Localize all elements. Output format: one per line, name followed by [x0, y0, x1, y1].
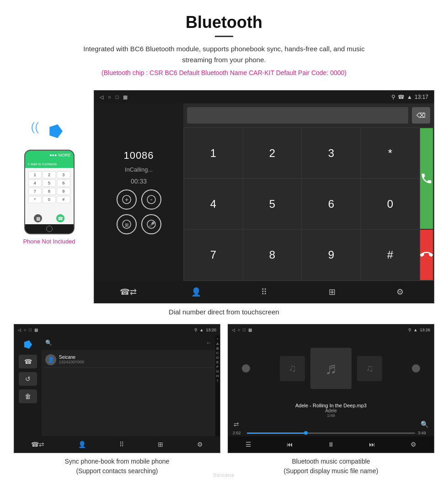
phone-key-2[interactable]: 2	[43, 171, 56, 178]
pb-contact-item[interactable]: 👤 Seicane 13241007000	[43, 352, 213, 368]
pb-status-left: ◁ ○ □ ▦	[18, 328, 38, 332]
car-transfer-button[interactable]: ⊞	[117, 214, 137, 234]
ms-search-icon[interactable]: 🔍	[421, 421, 428, 428]
notification-icon: ▦	[123, 94, 128, 100]
pb-nav-call-icon[interactable]: ☎⇄	[31, 441, 44, 448]
car-key-7[interactable]: 7	[184, 230, 242, 280]
page-header: Bluetooth Integrated with BC6 Bluetooth …	[0, 0, 448, 90]
svg-text:-: -	[150, 196, 152, 203]
pb-nav-transfer-icon[interactable]: ⊞	[158, 441, 163, 448]
svg-text:⊞: ⊞	[125, 222, 128, 227]
ms-square-icon: □	[243, 328, 245, 332]
bluetooth-icon-area: (( ⭓	[31, 118, 68, 145]
ms-scroll-right-dot	[412, 364, 420, 373]
ms-track-count: 1/48	[228, 413, 434, 418]
pb-search-icon: 🔍	[45, 340, 52, 346]
ms-status-bar: ◁ ○ □ ▦ ⚲ ▲ 13:26	[228, 324, 434, 335]
ms-progress-fill	[247, 432, 306, 434]
phone-key-0[interactable]: 0	[43, 196, 56, 203]
ms-shuffle-icon[interactable]: ⇄	[234, 421, 239, 428]
nav-contacts-icon[interactable]: 👤	[187, 283, 205, 301]
ms-nav-next-icon[interactable]: ⏭	[369, 441, 375, 448]
ms-time-current: 2:02	[233, 431, 244, 435]
ms-bottom-nav: ☰ ⏮ ⏸ ⏭ ⚙	[228, 436, 434, 453]
phone-not-included-label: Phone Not Included	[23, 238, 75, 245]
car-key-star[interactable]: *	[361, 128, 419, 178]
nav-messages-icon[interactable]: ⊞	[323, 283, 341, 301]
ms-nav-eq-icon[interactable]: ⚙	[411, 441, 416, 448]
car-time-display: 13:17	[415, 94, 428, 100]
car-number-input[interactable]	[187, 107, 408, 124]
phone-home-bar	[25, 224, 74, 233]
car-key-4[interactable]: 4	[184, 179, 242, 229]
phone-key-4[interactable]: 4	[28, 179, 42, 187]
car-dial-number: 10086	[123, 150, 154, 162]
car-key-3[interactable]: 3	[302, 128, 360, 178]
car-key-0[interactable]: 0	[361, 179, 419, 229]
pb-back-icon: ◁	[18, 328, 21, 332]
phone-key-6[interactable]: 6	[57, 179, 70, 187]
car-status-right: ⚲ ☎ ▲ 13:17	[391, 94, 428, 100]
pb-nav-grid-icon[interactable]: ⠿	[119, 441, 124, 448]
music-caption-line2: (Support display music file name)	[284, 467, 379, 475]
ms-nav-prev-icon[interactable]: ⏮	[287, 441, 293, 448]
ms-progress-bar[interactable]	[247, 432, 415, 434]
pb-nav-settings-icon[interactable]: ⚙	[197, 441, 203, 448]
car-key-9[interactable]: 9	[302, 230, 360, 280]
phone-key-5[interactable]: 5	[43, 179, 56, 187]
ms-art-area: ♫ ♬ ♫	[228, 335, 434, 402]
car-key-8[interactable]: 8	[243, 230, 301, 280]
car-call-end-button[interactable]	[420, 230, 433, 280]
nav-dialpad-icon[interactable]: ⠿	[255, 283, 273, 301]
back-icon: ◁	[100, 94, 103, 100]
phone-video-button[interactable]: ▩	[34, 214, 42, 222]
phonebook-caption: Sync phone-book from mobile phone (Suppo…	[14, 453, 220, 479]
phone-key-7[interactable]: 7	[28, 188, 42, 195]
pb-status-right: ⚲ ▲ 13:20	[194, 328, 216, 332]
car-mic-button[interactable]: 🎤	[141, 214, 161, 234]
pb-call-sidebar-button[interactable]: ☎	[19, 355, 37, 368]
ms-time-total: 3:49	[418, 431, 429, 435]
car-call-time: 00:33	[131, 178, 147, 185]
ms-nav-list-icon[interactable]: ☰	[245, 441, 251, 448]
car-key-2[interactable]: 2	[243, 128, 301, 178]
car-input-row: ⌫	[183, 103, 434, 127]
car-key-6[interactable]: 6	[302, 179, 360, 229]
car-right-panel: ⌫ 1 2 3 * 4 5 6 0 7 8 9 #	[183, 103, 434, 281]
nav-settings-icon[interactable]: ⚙	[391, 283, 409, 301]
ms-status-right: ⚲ ▲ 13:26	[408, 328, 430, 332]
pb-nav-contacts-icon[interactable]: 👤	[78, 441, 86, 448]
car-call-accept-button[interactable]	[420, 128, 433, 229]
pb-refresh-sidebar-button[interactable]: ↺	[19, 372, 37, 386]
header-specs: (Bluetooth chip : CSR BC6 Default Blueto…	[9, 69, 439, 76]
phone-screen: 1 2 3 4 5 6 7 8 9 * 0 #	[25, 168, 74, 212]
phone-key-8[interactable]: 8	[43, 188, 56, 195]
phone-call-button[interactable]: ☎	[56, 214, 64, 222]
car-key-hash[interactable]: #	[361, 230, 419, 280]
phone-key-3[interactable]: 3	[57, 171, 70, 178]
music-screen: ◁ ○ □ ▦ ⚲ ▲ 13:26 ♫	[228, 324, 434, 454]
ms-nav-play-icon[interactable]: ⏸	[328, 441, 334, 448]
phone-status-bar: ●●● MORE	[25, 151, 74, 160]
phonebook-caption-line2: (Support contacts searching)	[76, 467, 158, 475]
nav-call-transfer-icon[interactable]: ☎⇄	[119, 283, 137, 301]
car-backspace-button[interactable]: ⌫	[412, 107, 430, 124]
car-key-5[interactable]: 5	[243, 179, 301, 229]
pb-back-arrow-icon: ←	[206, 340, 212, 346]
phone-home-dot[interactable]	[46, 226, 53, 232]
pb-content: 🔍 ← 👤 Seicane 13241007000	[42, 335, 215, 437]
pb-bluetooth-icon: ⭓	[24, 339, 32, 351]
svg-text:+: +	[124, 196, 128, 203]
phone-key-hash[interactable]: #	[57, 196, 70, 203]
phone-key-1[interactable]: 1	[28, 171, 42, 178]
car-key-1[interactable]: 1	[184, 128, 242, 178]
pb-delete-sidebar-button[interactable]: 🗑	[19, 389, 37, 403]
pb-notif-icon: ▦	[34, 328, 38, 332]
ms-song-title: Adele - Rolling In the Deep.mp3	[228, 403, 434, 408]
pb-contact-list: 👤 Seicane 13241007000	[42, 350, 215, 437]
car-volume-down-button[interactable]: -	[141, 189, 161, 210]
car-volume-up-button[interactable]: +	[117, 189, 137, 210]
pb-bottom-nav: ☎⇄ 👤 ⠿ ⊞ ⚙	[14, 436, 220, 453]
phone-key-star[interactable]: *	[28, 196, 42, 203]
phone-key-9[interactable]: 9	[57, 188, 70, 195]
